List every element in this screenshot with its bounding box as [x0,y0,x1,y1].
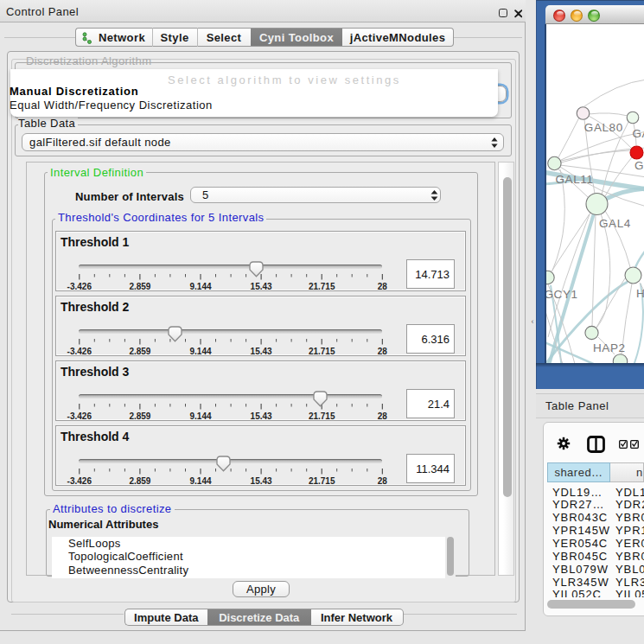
svg-text:HAP2: HAP2 [593,341,626,354]
svg-text:GCY1: GCY1 [634,159,644,172]
svg-text:HAP4: HAP4 [636,287,644,300]
svg-text:GCY1: GCY1 [546,288,578,301]
svg-text:GAL80: GAL80 [633,127,644,140]
svg-text:GAL80: GAL80 [584,121,623,134]
svg-text:GAL4: GAL4 [599,217,631,230]
svg-text:GAL11: GAL11 [556,173,594,186]
